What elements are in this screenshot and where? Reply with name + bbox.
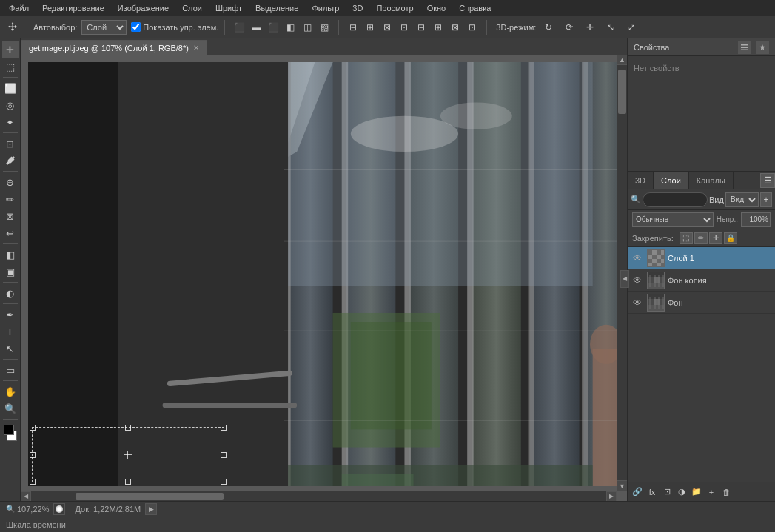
layers-panel-menu-btn[interactable]: ☰: [760, 173, 775, 188]
properties-icon-1[interactable]: [738, 41, 751, 54]
align-bottom-btn[interactable]: ⬛: [265, 19, 281, 36]
tab-layers[interactable]: Слои: [654, 172, 689, 189]
tool-lasso[interactable]: ◎: [2, 97, 19, 113]
layer-item-2[interactable]: 👁 Фон: [628, 292, 775, 314]
menu-help[interactable]: Справка: [453, 2, 497, 14]
move-tool-icon[interactable]: [4, 19, 21, 36]
tool-dodge[interactable]: ◐: [2, 285, 19, 301]
layer-mask-btn[interactable]: ⊡: [660, 485, 674, 499]
tool-crop[interactable]: ⊡: [2, 135, 19, 152]
dist-vcenter-btn[interactable]: ⊟: [413, 19, 429, 36]
tool-healing[interactable]: ⊕: [2, 174, 19, 190]
layers-search-input[interactable]: [648, 195, 692, 203]
properties-icon-2[interactable]: [756, 41, 769, 54]
tool-zoom[interactable]: 🔍: [2, 400, 19, 417]
layer-eye-2[interactable]: 👁: [631, 296, 644, 309]
background-color-black[interactable]: [4, 425, 14, 435]
blend-mode-select[interactable]: Обычные: [632, 212, 714, 227]
tool-hand[interactable]: ✋: [2, 383, 19, 400]
tool-eraser[interactable]: ◧: [2, 246, 19, 263]
3d-orbit-btn[interactable]: ⟳: [561, 19, 577, 36]
vscroll-down-btn[interactable]: ▼: [617, 480, 627, 491]
tab-channels[interactable]: Каналы: [689, 172, 734, 189]
tool-gradient[interactable]: ▣: [2, 263, 19, 280]
layer-new-btn[interactable]: +: [705, 485, 718, 499]
dist-v-btn[interactable]: ⊡: [464, 19, 480, 36]
proof-color-btn[interactable]: [53, 503, 65, 515]
tool-magic-wand[interactable]: ✦: [2, 114, 19, 130]
lock-position-btn[interactable]: ✛: [709, 232, 722, 244]
tool-brush[interactable]: ✏: [2, 191, 19, 207]
tool-history-brush[interactable]: ↩: [2, 225, 19, 241]
hscrollbar[interactable]: ◀ ▶: [21, 491, 617, 501]
tool-pen[interactable]: ✒: [2, 306, 19, 323]
3d-pan-btn[interactable]: ✛: [582, 19, 598, 36]
lock-paint-btn[interactable]: ✏: [694, 232, 708, 244]
lock-all-btn[interactable]: 🔒: [724, 232, 737, 244]
3d-scale-btn[interactable]: ⤢: [623, 19, 640, 36]
opacity-input[interactable]: [741, 212, 771, 227]
dist-top-btn[interactable]: ⊡: [396, 19, 412, 36]
zoom-icon: 🔍: [6, 505, 15, 513]
align-vcenter-btn[interactable]: ▬: [248, 19, 264, 36]
align-hcenter-btn[interactable]: ◫: [299, 19, 315, 36]
tool-move[interactable]: ✛: [2, 41, 19, 58]
dist-h-btn[interactable]: ⊠: [447, 19, 463, 36]
tool-type[interactable]: T: [2, 323, 19, 340]
layer-item-0[interactable]: 👁: [628, 247, 775, 269]
3d-rotate-btn[interactable]: ↻: [540, 19, 557, 36]
layer-adj-btn[interactable]: ◑: [675, 485, 688, 499]
align-right-btn[interactable]: ▨: [316, 19, 332, 36]
hscroll-right-btn[interactable]: ▶: [606, 491, 617, 502]
tool-eyedropper[interactable]: [2, 152, 19, 169]
tool-marquee[interactable]: ⬜: [2, 80, 19, 96]
layer-delete-btn[interactable]: 🗑: [719, 485, 733, 499]
lock-transparent-btn[interactable]: ⬚: [680, 232, 693, 244]
menu-filter[interactable]: Фильтр: [306, 2, 345, 14]
tab-close-btn[interactable]: ✕: [193, 44, 199, 52]
hscroll-thumb[interactable]: [76, 493, 224, 500]
tab-main-image[interactable]: getimage.pl.jpeg @ 107% (Слой 1, RGB/8*)…: [21, 40, 207, 55]
menu-edit[interactable]: Редактирование: [36, 2, 110, 14]
menu-layers[interactable]: Слои: [176, 2, 208, 14]
menu-file[interactable]: Файл: [3, 2, 35, 14]
tool-artboard[interactable]: ⬚: [2, 58, 19, 75]
hscroll-left-btn[interactable]: ◀: [21, 491, 31, 502]
dist-left-btn[interactable]: ⊟: [345, 19, 361, 36]
align-left-btn[interactable]: ◧: [282, 19, 298, 36]
svg-rect-67: [649, 297, 651, 309]
layers-view-dropdown[interactable]: Вид: [725, 192, 759, 207]
layer-eye-0[interactable]: 👁: [631, 252, 644, 265]
show-controls-checkbox[interactable]: [131, 22, 141, 32]
svg-rect-47: [648, 259, 652, 263]
right-panel-collapse-btn[interactable]: ◀: [620, 270, 629, 288]
menu-image[interactable]: Изображение: [112, 2, 175, 14]
menu-select[interactable]: Выделение: [249, 2, 304, 14]
dist-center-btn[interactable]: ⊞: [362, 19, 378, 36]
tool-shapes[interactable]: ▭: [2, 362, 19, 378]
dist-bottom-btn[interactable]: ⊞: [430, 19, 446, 36]
menu-window[interactable]: Окно: [421, 2, 452, 14]
menu-font[interactable]: Шрифт: [209, 2, 248, 14]
tab-3d[interactable]: 3D: [628, 172, 654, 189]
align-top-btn[interactable]: ⬛: [231, 19, 247, 36]
vscroll-thumb[interactable]: [618, 70, 626, 114]
canvas-area[interactable]: ▲ ▼ ◀ ▶: [21, 55, 627, 501]
layers-add-btn[interactable]: +: [760, 192, 772, 207]
svg-rect-52: [652, 263, 657, 267]
menu-3d[interactable]: 3D: [346, 2, 369, 14]
vscroll-up-btn[interactable]: ▲: [617, 55, 627, 65]
layer-link-btn[interactable]: 🔗: [631, 485, 644, 499]
layer-item-1[interactable]: 👁 Фон копия: [628, 269, 775, 292]
dist-right-btn[interactable]: ⊠: [379, 19, 395, 36]
layer-eye-1[interactable]: 👁: [631, 274, 644, 287]
layer-fx-btn[interactable]: fx: [645, 485, 659, 499]
layer-group-btn[interactable]: 📁: [690, 485, 703, 499]
statusbar: 🔍 107,22% Док: 1,22M/2,81M ▶: [0, 501, 775, 516]
3d-slide-btn[interactable]: ⤡: [603, 19, 619, 36]
tool-path-select[interactable]: ↖: [2, 340, 19, 357]
doc-info-arrow-btn[interactable]: ▶: [145, 503, 157, 515]
menu-view[interactable]: Просмотр: [370, 2, 419, 14]
tool-clone[interactable]: ⊠: [2, 208, 19, 224]
autoselect-dropdown[interactable]: Слой Группа: [81, 20, 127, 35]
